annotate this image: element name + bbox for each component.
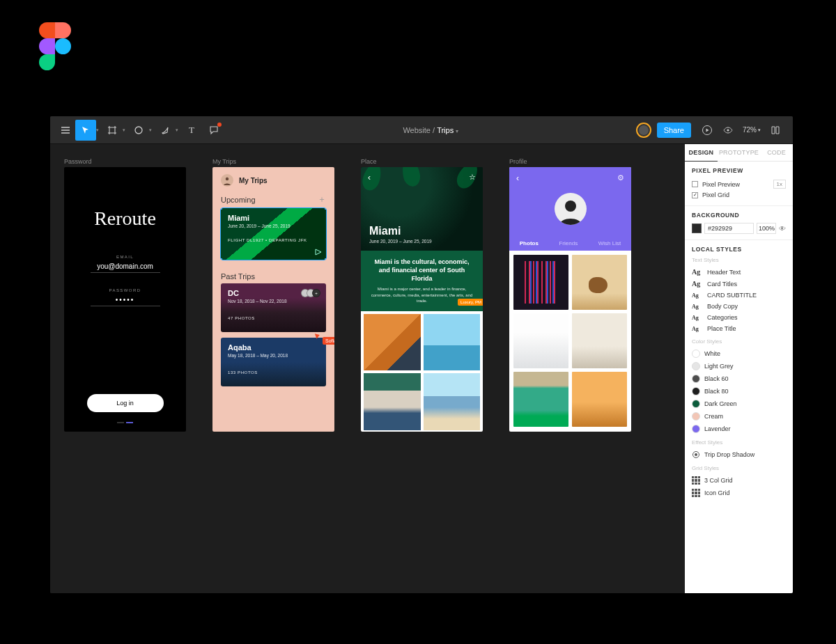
artboard-label[interactable]: My Trips — [212, 158, 334, 165]
style-row-color[interactable]: Cream — [692, 410, 786, 423]
trip-card-dc[interactable]: + DC Nov 18, 2018 – Nov 22, 2018 47 PHOT… — [221, 283, 326, 332]
canvas[interactable]: Password Reroute EMAIL you@domain.com PA… — [50, 144, 685, 593]
artboard-mytrips[interactable]: My Trips Upcoming＋ Miami June 20, 2019 –… — [212, 167, 334, 432]
style-row-text[interactable]: AgCARD SUBTITLE — [692, 290, 786, 301]
view-settings-button[interactable] — [720, 125, 736, 136]
properties-panel: DESIGN PROTOTYPE CODE PIXEL PREVIEW Pixe… — [685, 144, 793, 593]
photo-tile[interactable] — [572, 372, 627, 427]
artboard-label[interactable]: Password — [64, 158, 186, 165]
style-row-text[interactable]: AgCard Titles — [692, 278, 786, 290]
visibility-toggle[interactable]: 👁 — [779, 225, 786, 233]
tab-code[interactable]: CODE — [760, 144, 793, 161]
text-tool-button[interactable]: T — [181, 120, 202, 141]
style-row-color[interactable]: Light Grey — [692, 360, 786, 372]
chevron-down-icon[interactable]: ▾ — [456, 128, 458, 134]
style-row-color[interactable]: Lavender — [692, 423, 786, 435]
text-style-icon: Ag — [692, 326, 703, 332]
tool-caret-icon[interactable]: ▾ — [176, 127, 178, 133]
photo-tile[interactable] — [364, 373, 421, 430]
comment-tool-button[interactable] — [203, 120, 224, 141]
photo-tile[interactable] — [572, 313, 627, 368]
email-field[interactable]: you@domain.com — [91, 262, 160, 273]
tool-caret-icon[interactable]: ▾ — [96, 127, 99, 133]
share-button[interactable]: Share — [657, 123, 691, 138]
background-hex-input[interactable]: #292929 — [704, 223, 754, 234]
text-style-icon: Ag — [692, 292, 703, 299]
back-button[interactable]: ‹ — [516, 173, 519, 183]
artboard-wrap-password: Password Reroute EMAIL you@domain.com PA… — [64, 158, 186, 432]
photo-tile[interactable] — [572, 255, 627, 310]
trip-card-miami[interactable]: Miami June 20, 2019 – June 25, 2019 FLIG… — [221, 208, 326, 260]
tab-friends[interactable]: Friends — [559, 240, 578, 246]
profile-tabs: Photos Friends Wish List — [509, 240, 631, 246]
style-row-grid[interactable]: 3 Col Grid — [692, 474, 786, 487]
artboard-place[interactable]: ‹ ☆ Miami June 20, 2019 – June 25, 2019 … — [361, 167, 483, 432]
password-field[interactable]: ••••• — [91, 296, 160, 306]
artboard-label[interactable]: Place — [361, 158, 483, 165]
library-button[interactable] — [768, 125, 783, 136]
present-button[interactable] — [699, 125, 715, 136]
main-area: Password Reroute EMAIL you@domain.com PA… — [50, 144, 793, 593]
favorite-button[interactable]: ☆ — [469, 173, 476, 182]
style-row-text[interactable]: AgCategories — [692, 312, 786, 323]
style-row-color[interactable]: Black 80 — [692, 385, 786, 398]
back-button[interactable]: ‹ — [368, 173, 371, 182]
pixel-grid-toggle[interactable]: Pixel Grid — [692, 190, 786, 200]
artboard-password[interactable]: Reroute EMAIL you@domain.com PASSWORD ••… — [64, 167, 186, 432]
artboard-label[interactable]: Profile — [509, 158, 631, 165]
add-trip-button[interactable]: ＋ — [318, 194, 326, 205]
style-row-grid[interactable]: Icon Grid — [692, 487, 786, 499]
style-row-color[interactable]: Dark Green — [692, 398, 786, 410]
style-row-text[interactable]: AgPlace Title — [692, 323, 786, 334]
pen-tool-button[interactable] — [155, 120, 176, 141]
background-opacity-input[interactable]: 100% — [757, 223, 776, 234]
settings-button[interactable]: ⚙ — [617, 173, 624, 182]
tab-photos[interactable]: Photos — [520, 240, 539, 246]
section-background: BACKGROUND #292929 100% 👁 — [685, 206, 793, 240]
main-menu-button[interactable] — [57, 120, 74, 141]
place-headline: Miami is the cultural, economic, and fin… — [369, 258, 474, 283]
frame-tool-button[interactable] — [102, 120, 123, 141]
breadcrumb-project[interactable]: Website — [403, 126, 431, 134]
svg-point-4 — [565, 201, 576, 212]
tab-design[interactable]: DESIGN — [685, 144, 718, 162]
pager-dots — [117, 422, 133, 423]
password-label: PASSWORD — [109, 288, 141, 292]
tab-wishlist[interactable]: Wish List — [598, 240, 621, 246]
pixel-preview-toggle[interactable]: Pixel Preview 1x — [692, 178, 786, 190]
style-row-text[interactable]: AgBody Copy — [692, 301, 786, 312]
photo-tile[interactable] — [513, 255, 568, 310]
trip-card-aqaba[interactable]: Aqaba May 18, 2018 – May 20, 2018 133 PH… — [221, 338, 326, 386]
style-row-effect[interactable]: Trip Drop Shadow — [692, 448, 786, 461]
tool-caret-icon[interactable]: ▾ — [123, 127, 125, 133]
style-row-text[interactable]: AgHeader Text — [692, 266, 786, 278]
chevron-down-icon: ▾ — [758, 127, 761, 133]
text-style-icon: Ag — [692, 304, 703, 310]
collaborator-avatar[interactable] — [636, 123, 651, 138]
avatar — [221, 174, 233, 187]
photo-tile[interactable] — [513, 372, 568, 427]
style-row-color[interactable]: Black 60 — [692, 372, 786, 385]
photo-tile[interactable] — [424, 314, 481, 371]
background-swatch[interactable] — [692, 223, 702, 233]
color-swatch-icon — [692, 425, 700, 433]
tab-prototype[interactable]: PROTOTYPE — [718, 144, 760, 161]
photo-tile[interactable] — [364, 314, 421, 371]
style-row-color[interactable]: White — [692, 347, 786, 360]
place-title: Miami — [369, 225, 474, 237]
move-tool-button[interactable] — [75, 120, 96, 141]
color-swatch-icon — [692, 362, 700, 370]
scale-select[interactable]: 1x — [773, 180, 786, 189]
login-button[interactable]: Log in — [87, 394, 164, 412]
breadcrumb-page[interactable]: Trips — [437, 126, 454, 134]
breadcrumb[interactable]: Website / Trips ▾ — [226, 126, 636, 134]
svg-point-2 — [727, 129, 729, 131]
photo-tile[interactable] — [424, 373, 481, 430]
artboard-profile[interactable]: ‹ ⚙ Photos Friends Wish List — [509, 167, 631, 432]
photo-tile[interactable] — [513, 313, 568, 368]
tool-caret-icon[interactable]: ▾ — [149, 127, 152, 133]
zoom-level[interactable]: 72%▾ — [743, 126, 761, 134]
panel-tabs: DESIGN PROTOTYPE CODE — [685, 144, 793, 162]
collaborator-cursor-label: Luxury, PM — [458, 299, 483, 306]
shape-tool-button[interactable] — [128, 120, 149, 141]
